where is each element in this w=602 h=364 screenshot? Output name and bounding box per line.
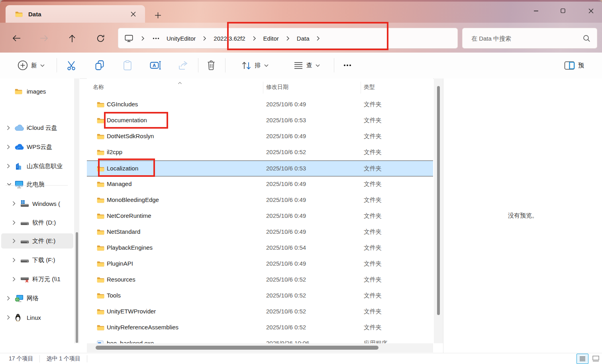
file-date: 2025/10/6 0:49 (266, 101, 306, 108)
file-name: Tools (107, 292, 121, 299)
table-row[interactable]: il2cpp2025/10/6 0:52文件夹 (87, 145, 433, 160)
filelist-scrollbar-thumb[interactable] (437, 86, 440, 315)
content-view-toggle[interactable] (590, 354, 601, 363)
file-date: 2025/10/6 0:52 (266, 324, 306, 331)
table-row[interactable]: MonoBleedingEdge2025/10/6 0:49文件夹 (87, 192, 433, 208)
sidebar-item[interactable]: iCloud 云盘 (1, 120, 73, 135)
netdrive-icon (20, 276, 31, 283)
sidebar-item[interactable]: Linux (1, 310, 73, 325)
sidebar-item[interactable]: 山东信息职业 (1, 159, 73, 174)
column-date[interactable]: 修改日期 (266, 84, 288, 91)
table-row[interactable]: DotNetSdkRoslyn2025/10/6 0:49文件夹 (87, 129, 433, 145)
table-row[interactable]: UnityETWProvider2025/10/6 0:52文件夹 (87, 304, 433, 320)
new-button[interactable]: 新 (9, 57, 53, 74)
chevron-right-icon[interactable] (7, 145, 13, 149)
chevron-right-icon[interactable] (137, 36, 149, 41)
chevron-right-icon[interactable] (12, 277, 19, 282)
folder-icon (97, 229, 104, 235)
file-name: bee_backend.exe (107, 340, 154, 343)
back-button[interactable] (9, 31, 24, 45)
search-input[interactable] (463, 35, 583, 42)
table-row[interactable]: NetCoreRuntime2025/10/6 0:49文件夹 (87, 208, 433, 224)
toolbar-divider (225, 58, 226, 72)
sidebar-item[interactable]: 下载 (F:) (1, 252, 73, 268)
minimize-button[interactable] (527, 4, 545, 18)
building-icon (15, 162, 25, 170)
column-divider[interactable] (361, 82, 361, 94)
sidebar-scrollbar-thumb[interactable] (76, 232, 78, 343)
sidebar-item[interactable]: Windows ( (1, 196, 73, 211)
view-button[interactable]: 查 (284, 57, 330, 74)
horizontal-scrollbar-thumb[interactable] (96, 346, 378, 350)
column-divider[interactable] (263, 82, 263, 94)
cut-button[interactable] (63, 57, 80, 74)
table-row[interactable]: CGIncludes2025/10/6 0:49文件夹 (87, 97, 433, 113)
forward-button[interactable] (37, 31, 51, 45)
chevron-right-icon[interactable] (7, 315, 13, 320)
this-pc-icon[interactable] (118, 35, 137, 42)
close-button[interactable] (582, 4, 600, 18)
breadcrumb-item[interactable]: UnityEditor (163, 33, 199, 43)
share-button[interactable] (175, 57, 192, 74)
chevron-right-icon[interactable] (12, 220, 19, 225)
new-plus-icon (18, 60, 28, 70)
explorer-tab[interactable]: Data (6, 5, 145, 23)
sidebar-item[interactable]: 文件 (E:) (1, 233, 73, 249)
view-label: 查 (306, 62, 312, 69)
sidebar-item-label: 此电脑 (27, 181, 45, 188)
table-row[interactable]: bee_backend.exe2025/9/26 10:06应用程序 (87, 336, 433, 343)
table-row[interactable]: Tools2025/10/6 0:52文件夹 (87, 288, 433, 304)
chevron-right-icon[interactable] (199, 36, 210, 41)
table-row[interactable]: UnityReferenceAssemblies2025/10/6 0:52文件… (87, 320, 433, 336)
file-name: UnityETWProvider (107, 308, 156, 315)
table-row[interactable]: PlaybackEngines2025/10/6 0:54文件夹 (87, 240, 433, 256)
column-type[interactable]: 类型 (364, 84, 375, 91)
chevron-right-icon[interactable] (7, 164, 13, 168)
preview-label: 预 (578, 62, 584, 69)
svg-text:A: A (153, 63, 156, 68)
ellipsis-icon[interactable] (149, 37, 163, 39)
paste-button[interactable] (119, 57, 136, 74)
annotation-box-localization (98, 159, 155, 177)
folder-icon (97, 133, 104, 139)
table-row[interactable]: NetStandard2025/10/6 0:49文件夹 (87, 224, 433, 240)
tab-close-icon[interactable] (128, 9, 138, 19)
sidebar-item[interactable]: 软件 (D:) (1, 215, 73, 230)
preview-toggle-button[interactable]: 预 (560, 57, 591, 74)
more-button[interactable] (339, 57, 356, 74)
sidebar-item[interactable]: images (1, 84, 73, 99)
folder-icon (97, 149, 104, 155)
refresh-button[interactable] (93, 31, 108, 45)
maximize-button[interactable] (554, 4, 572, 18)
sidebar-item[interactable]: WPS云盘 (1, 139, 73, 155)
file-name: DotNetSdkRoslyn (107, 133, 154, 139)
new-tab-button[interactable] (152, 10, 163, 21)
search-icon[interactable] (583, 35, 597, 42)
chevron-down-icon (40, 64, 45, 67)
chevron-right-icon[interactable] (7, 296, 13, 301)
chevron-right-icon[interactable] (12, 201, 19, 206)
chevron-right-icon[interactable] (12, 258, 19, 262)
copy-button[interactable] (91, 57, 108, 74)
sort-button[interactable]: 排 (231, 57, 278, 74)
delete-button[interactable] (202, 57, 220, 74)
table-row[interactable]: PluginAPI2025/10/6 0:49文件夹 (87, 256, 433, 272)
drive-icon (20, 238, 31, 245)
details-view-toggle[interactable] (577, 354, 588, 364)
file-date: 2025/10/6 0:52 (266, 276, 306, 283)
file-type: 文件夹 (364, 165, 382, 172)
status-bar: 17 个项目 选中 1 个项目 (0, 353, 602, 364)
up-button[interactable] (65, 31, 79, 45)
search-box[interactable] (462, 28, 597, 49)
chevron-right-icon[interactable] (7, 125, 13, 130)
sidebar-item[interactable]: 科万元 (\\1 (1, 272, 73, 287)
table-row[interactable]: Resources2025/10/6 0:52文件夹 (87, 272, 433, 288)
chevron-right-icon[interactable] (12, 239, 19, 243)
rename-button[interactable]: A (147, 57, 164, 74)
toolbar-divider (334, 58, 334, 72)
file-type: 文件夹 (364, 260, 382, 268)
sidebar-item[interactable]: 此电脑 (1, 177, 73, 192)
table-row[interactable]: Managed2025/10/6 0:49文件夹 (87, 176, 433, 192)
sidebar-item[interactable]: 网络 (1, 291, 73, 306)
column-name[interactable]: 名称 (93, 84, 104, 91)
